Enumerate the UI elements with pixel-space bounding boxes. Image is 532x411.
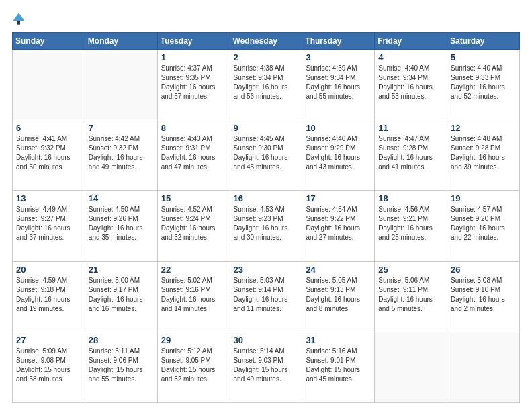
calendar-cell: 26Sunrise: 5:08 AM Sunset: 9:10 PM Dayli… xyxy=(447,261,520,332)
calendar-cell: 18Sunrise: 4:56 AM Sunset: 9:21 PM Dayli… xyxy=(375,191,447,261)
calendar-cell: 21Sunrise: 5:00 AM Sunset: 9:17 PM Dayli… xyxy=(85,261,157,332)
calendar-week-3: 13Sunrise: 4:49 AM Sunset: 9:27 PM Dayli… xyxy=(13,191,520,261)
day-number: 4 xyxy=(378,52,443,62)
day-number: 3 xyxy=(306,52,371,62)
day-info: Sunrise: 4:47 AM Sunset: 9:28 PM Dayligh… xyxy=(378,134,443,172)
calendar-cell: 15Sunrise: 4:52 AM Sunset: 9:24 PM Dayli… xyxy=(157,191,230,261)
weekday-header-thursday: Thursday xyxy=(302,33,375,50)
day-number: 11 xyxy=(378,123,443,133)
calendar-cell: 20Sunrise: 4:59 AM Sunset: 9:18 PM Dayli… xyxy=(13,261,85,332)
day-number: 5 xyxy=(451,52,516,62)
calendar-cell: 8Sunrise: 4:43 AM Sunset: 9:31 PM Daylig… xyxy=(157,120,230,191)
day-number: 2 xyxy=(234,52,299,62)
day-info: Sunrise: 5:00 AM Sunset: 9:17 PM Dayligh… xyxy=(89,276,154,314)
day-info: Sunrise: 4:46 AM Sunset: 9:29 PM Dayligh… xyxy=(306,134,371,172)
day-info: Sunrise: 5:06 AM Sunset: 9:11 PM Dayligh… xyxy=(378,276,443,314)
day-number: 23 xyxy=(234,265,299,275)
calendar-week-5: 27Sunrise: 5:09 AM Sunset: 9:08 PM Dayli… xyxy=(13,332,520,402)
day-info: Sunrise: 5:09 AM Sunset: 9:08 PM Dayligh… xyxy=(16,347,81,384)
day-info: Sunrise: 4:42 AM Sunset: 9:32 PM Dayligh… xyxy=(89,134,154,172)
day-number: 1 xyxy=(161,52,226,62)
day-info: Sunrise: 4:48 AM Sunset: 9:28 PM Dayligh… xyxy=(451,134,516,172)
day-info: Sunrise: 5:03 AM Sunset: 9:14 PM Dayligh… xyxy=(234,276,299,314)
calendar-table: SundayMondayTuesdayWednesdayThursdayFrid… xyxy=(12,32,520,403)
day-info: Sunrise: 4:39 AM Sunset: 9:34 PM Dayligh… xyxy=(306,64,371,101)
svg-marker-0 xyxy=(13,13,24,21)
weekday-header-wednesday: Wednesday xyxy=(230,33,302,50)
calendar-cell xyxy=(85,50,157,120)
weekday-header-friday: Friday xyxy=(375,33,447,50)
calendar-week-2: 6Sunrise: 4:41 AM Sunset: 9:32 PM Daylig… xyxy=(13,120,520,191)
day-number: 17 xyxy=(306,193,371,203)
day-number: 25 xyxy=(378,265,443,275)
calendar-cell: 12Sunrise: 4:48 AM Sunset: 9:28 PM Dayli… xyxy=(447,120,520,191)
calendar-cell: 25Sunrise: 5:06 AM Sunset: 9:11 PM Dayli… xyxy=(375,261,447,332)
day-number: 28 xyxy=(89,335,154,345)
calendar-cell xyxy=(447,332,520,402)
calendar-cell: 30Sunrise: 5:14 AM Sunset: 9:03 PM Dayli… xyxy=(230,332,302,402)
calendar-cell: 31Sunrise: 5:16 AM Sunset: 9:01 PM Dayli… xyxy=(302,332,375,402)
calendar-cell: 5Sunrise: 4:40 AM Sunset: 9:33 PM Daylig… xyxy=(447,50,520,120)
logo xyxy=(12,12,27,26)
calendar-cell: 17Sunrise: 4:54 AM Sunset: 9:22 PM Dayli… xyxy=(302,191,375,261)
day-number: 13 xyxy=(16,193,81,203)
day-info: Sunrise: 5:14 AM Sunset: 9:03 PM Dayligh… xyxy=(234,347,299,384)
logo-icon xyxy=(12,12,26,26)
day-number: 31 xyxy=(306,335,371,345)
calendar-cell: 10Sunrise: 4:46 AM Sunset: 9:29 PM Dayli… xyxy=(302,120,375,191)
calendar-week-4: 20Sunrise: 4:59 AM Sunset: 9:18 PM Dayli… xyxy=(13,261,520,332)
day-number: 20 xyxy=(16,265,81,275)
day-info: Sunrise: 4:45 AM Sunset: 9:30 PM Dayligh… xyxy=(234,134,299,172)
day-info: Sunrise: 5:05 AM Sunset: 9:13 PM Dayligh… xyxy=(306,276,371,314)
calendar-cell: 24Sunrise: 5:05 AM Sunset: 9:13 PM Dayli… xyxy=(302,261,375,332)
day-info: Sunrise: 4:40 AM Sunset: 9:34 PM Dayligh… xyxy=(378,64,443,101)
header xyxy=(12,12,520,26)
calendar-cell: 9Sunrise: 4:45 AM Sunset: 9:30 PM Daylig… xyxy=(230,120,302,191)
svg-rect-1 xyxy=(17,21,20,24)
day-info: Sunrise: 5:08 AM Sunset: 9:10 PM Dayligh… xyxy=(451,276,516,314)
day-number: 24 xyxy=(306,265,371,275)
weekday-header-row: SundayMondayTuesdayWednesdayThursdayFrid… xyxy=(13,33,520,50)
day-info: Sunrise: 5:12 AM Sunset: 9:05 PM Dayligh… xyxy=(161,347,226,384)
day-info: Sunrise: 5:11 AM Sunset: 9:06 PM Dayligh… xyxy=(89,347,154,384)
day-number: 19 xyxy=(451,193,516,203)
calendar-cell: 11Sunrise: 4:47 AM Sunset: 9:28 PM Dayli… xyxy=(375,120,447,191)
day-info: Sunrise: 4:41 AM Sunset: 9:32 PM Dayligh… xyxy=(16,134,81,172)
calendar-cell: 4Sunrise: 4:40 AM Sunset: 9:34 PM Daylig… xyxy=(375,50,447,120)
day-info: Sunrise: 4:49 AM Sunset: 9:27 PM Dayligh… xyxy=(16,205,81,242)
calendar-cell: 27Sunrise: 5:09 AM Sunset: 9:08 PM Dayli… xyxy=(13,332,85,402)
weekday-header-tuesday: Tuesday xyxy=(157,33,230,50)
calendar-cell: 23Sunrise: 5:03 AM Sunset: 9:14 PM Dayli… xyxy=(230,261,302,332)
day-info: Sunrise: 4:54 AM Sunset: 9:22 PM Dayligh… xyxy=(306,205,371,242)
day-info: Sunrise: 5:16 AM Sunset: 9:01 PM Dayligh… xyxy=(306,347,371,384)
calendar-cell: 3Sunrise: 4:39 AM Sunset: 9:34 PM Daylig… xyxy=(302,50,375,120)
day-number: 10 xyxy=(306,123,371,133)
calendar-cell: 22Sunrise: 5:02 AM Sunset: 9:16 PM Dayli… xyxy=(157,261,230,332)
day-number: 9 xyxy=(234,123,299,133)
calendar-cell: 29Sunrise: 5:12 AM Sunset: 9:05 PM Dayli… xyxy=(157,332,230,402)
calendar-cell: 2Sunrise: 4:38 AM Sunset: 9:34 PM Daylig… xyxy=(230,50,302,120)
day-number: 15 xyxy=(161,193,226,203)
calendar-week-1: 1Sunrise: 4:37 AM Sunset: 9:35 PM Daylig… xyxy=(13,50,520,120)
day-info: Sunrise: 4:43 AM Sunset: 9:31 PM Dayligh… xyxy=(161,134,226,172)
calendar-cell: 1Sunrise: 4:37 AM Sunset: 9:35 PM Daylig… xyxy=(157,50,230,120)
day-info: Sunrise: 4:59 AM Sunset: 9:18 PM Dayligh… xyxy=(16,276,81,314)
weekday-header-sunday: Sunday xyxy=(13,33,85,50)
day-number: 26 xyxy=(451,265,516,275)
calendar-cell: 13Sunrise: 4:49 AM Sunset: 9:27 PM Dayli… xyxy=(13,191,85,261)
calendar-cell xyxy=(13,50,85,120)
day-number: 30 xyxy=(234,335,299,345)
page: SundayMondayTuesdayWednesdayThursdayFrid… xyxy=(0,0,532,411)
day-number: 7 xyxy=(89,123,154,133)
calendar-cell: 6Sunrise: 4:41 AM Sunset: 9:32 PM Daylig… xyxy=(13,120,85,191)
day-number: 27 xyxy=(16,335,81,345)
weekday-header-monday: Monday xyxy=(85,33,157,50)
day-number: 29 xyxy=(161,335,226,345)
day-info: Sunrise: 4:40 AM Sunset: 9:33 PM Dayligh… xyxy=(451,64,516,101)
day-number: 22 xyxy=(161,265,226,275)
calendar-cell: 28Sunrise: 5:11 AM Sunset: 9:06 PM Dayli… xyxy=(85,332,157,402)
day-info: Sunrise: 4:38 AM Sunset: 9:34 PM Dayligh… xyxy=(234,64,299,101)
day-info: Sunrise: 4:53 AM Sunset: 9:23 PM Dayligh… xyxy=(234,205,299,242)
day-info: Sunrise: 4:52 AM Sunset: 9:24 PM Dayligh… xyxy=(161,205,226,242)
day-info: Sunrise: 4:57 AM Sunset: 9:20 PM Dayligh… xyxy=(451,205,516,242)
